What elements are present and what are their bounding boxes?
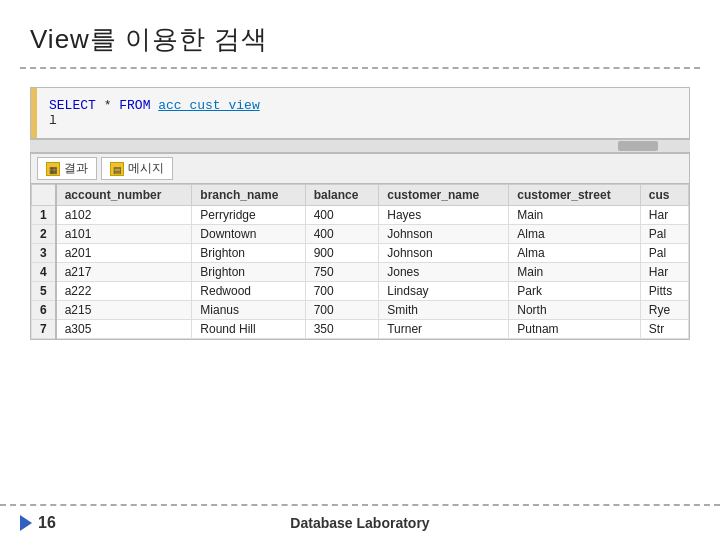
table-header-row: account_number branch_name balance custo… (32, 185, 689, 206)
cell-branch-name: Round Hill (192, 320, 305, 339)
cell-customer-name: Turner (379, 320, 509, 339)
col-branch-name: branch_name (192, 185, 305, 206)
page-number: 16 (38, 514, 56, 532)
col-rownum (32, 185, 56, 206)
cell-rownum: 1 (32, 206, 56, 225)
table-row: 7 a305 Round Hill 350 Turner Putnam Str (32, 320, 689, 339)
footer-left: 16 (20, 514, 56, 532)
cell-rownum: 7 (32, 320, 56, 339)
table-row: 2 a101 Downtown 400 Johnson Alma Pal (32, 225, 689, 244)
cell-cus: Har (640, 206, 688, 225)
cell-cus: Pal (640, 225, 688, 244)
cell-balance: 400 (305, 206, 379, 225)
tab-results-label: 결과 (64, 160, 88, 177)
cell-balance: 750 (305, 263, 379, 282)
cell-branch-name: Brighton (192, 263, 305, 282)
table-row: 5 a222 Redwood 700 Lindsay Park Pitts (32, 282, 689, 301)
play-icon (20, 515, 32, 531)
table-row: 4 a217 Brighton 750 Jones Main Har (32, 263, 689, 282)
cell-account-number: a201 (56, 244, 192, 263)
cell-branch-name: Perryridge (192, 206, 305, 225)
sql-view-name: acc_cust_view (158, 98, 259, 113)
editor-left-bar (31, 88, 37, 138)
cell-rownum: 5 (32, 282, 56, 301)
cell-rownum: 3 (32, 244, 56, 263)
cell-balance: 700 (305, 301, 379, 320)
messages-tab-icon: ▤ (110, 162, 124, 176)
sql-content: SELECT * FROM acc_cust_view l (31, 88, 689, 138)
cell-cus: Har (640, 263, 688, 282)
cell-balance: 400 (305, 225, 379, 244)
results-table: account_number branch_name balance custo… (31, 184, 689, 339)
cell-cus: Str (640, 320, 688, 339)
col-customer-street: customer_street (509, 185, 641, 206)
tab-messages-label: 메시지 (128, 160, 164, 177)
cell-account-number: a222 (56, 282, 192, 301)
cell-customer-street: Main (509, 263, 641, 282)
content-area: SELECT * FROM acc_cust_view l ▦ 결과 ▤ 메시지 (0, 69, 720, 340)
sql-editor: SELECT * FROM acc_cust_view l (30, 87, 690, 139)
cell-account-number: a101 (56, 225, 192, 244)
tab-results[interactable]: ▦ 결과 (37, 157, 97, 180)
cell-branch-name: Mianus (192, 301, 305, 320)
cell-customer-name: Jones (379, 263, 509, 282)
page-title: View를 이용한 검색 (0, 0, 720, 67)
results-panel: ▦ 결과 ▤ 메시지 account_number branch_name ba… (30, 153, 690, 340)
cell-account-number: a217 (56, 263, 192, 282)
horizontal-scrollbar[interactable] (30, 139, 690, 153)
tab-messages[interactable]: ▤ 메시지 (101, 157, 173, 180)
col-customer-name: customer_name (379, 185, 509, 206)
col-balance: balance (305, 185, 379, 206)
scrollbar-track (32, 141, 688, 151)
footer-lab-label: Database Laboratory (290, 515, 429, 531)
sql-star: * (104, 98, 120, 113)
cell-rownum: 4 (32, 263, 56, 282)
cell-account-number: a305 (56, 320, 192, 339)
cell-rownum: 6 (32, 301, 56, 320)
cell-cus: Pal (640, 244, 688, 263)
table-row: 3 a201 Brighton 900 Johnson Alma Pal (32, 244, 689, 263)
results-tab-icon: ▦ (46, 162, 60, 176)
cell-customer-street: North (509, 301, 641, 320)
col-account-number: account_number (56, 185, 192, 206)
table-row: 1 a102 Perryridge 400 Hayes Main Har (32, 206, 689, 225)
cell-branch-name: Redwood (192, 282, 305, 301)
table-row: 6 a215 Mianus 700 Smith North Rye (32, 301, 689, 320)
cell-balance: 900 (305, 244, 379, 263)
results-table-wrapper: account_number branch_name balance custo… (31, 184, 689, 339)
col-cus: cus (640, 185, 688, 206)
cell-account-number: a102 (56, 206, 192, 225)
cell-cus: Pitts (640, 282, 688, 301)
cell-balance: 700 (305, 282, 379, 301)
cell-customer-street: Park (509, 282, 641, 301)
cell-customer-name: Hayes (379, 206, 509, 225)
cell-customer-street: Alma (509, 244, 641, 263)
sql-select-keyword: SELECT (49, 98, 96, 113)
cell-branch-name: Downtown (192, 225, 305, 244)
scrollbar-thumb[interactable] (618, 141, 658, 151)
cell-branch-name: Brighton (192, 244, 305, 263)
sql-from-keyword: FROM (119, 98, 150, 113)
cell-rownum: 2 (32, 225, 56, 244)
results-tabs: ▦ 결과 ▤ 메시지 (31, 154, 689, 184)
cell-balance: 350 (305, 320, 379, 339)
cell-customer-name: Smith (379, 301, 509, 320)
footer: 16 Database Laboratory (0, 504, 720, 540)
cell-customer-street: Alma (509, 225, 641, 244)
cell-customer-name: Lindsay (379, 282, 509, 301)
cell-customer-street: Putnam (509, 320, 641, 339)
sql-line2: l (49, 113, 57, 128)
cell-cus: Rye (640, 301, 688, 320)
cell-customer-name: Johnson (379, 225, 509, 244)
cell-customer-street: Main (509, 206, 641, 225)
cell-account-number: a215 (56, 301, 192, 320)
cell-customer-name: Johnson (379, 244, 509, 263)
